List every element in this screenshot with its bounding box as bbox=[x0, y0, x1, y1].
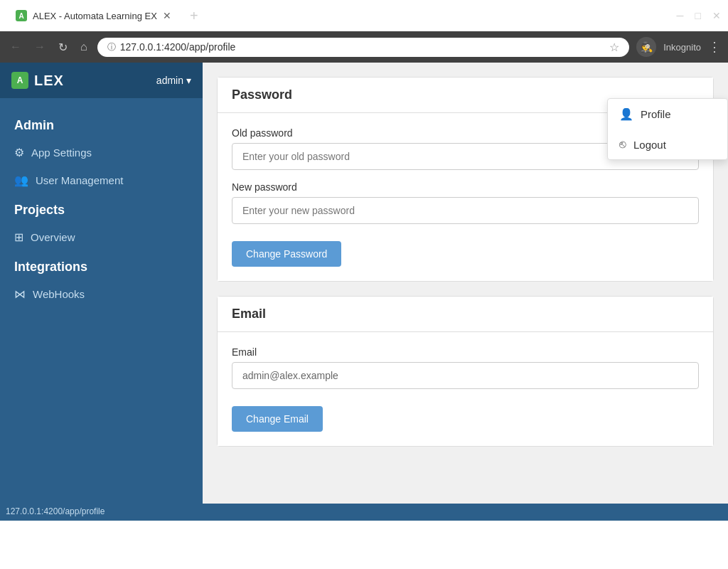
sidebar-section-integrations: Integrations bbox=[0, 254, 203, 280]
window-controls: ─ □ ✕ bbox=[677, 10, 721, 21]
logout-icon: ⎋ bbox=[619, 138, 626, 151]
app-logo: A bbox=[11, 72, 28, 89]
app-container: A LEX admin ▾ Admin ⚙ App Settings 👥 Use… bbox=[0, 63, 728, 504]
app-name: LEX bbox=[34, 73, 64, 89]
email-group: Email bbox=[232, 346, 699, 389]
sidebar-item-overview[interactable]: ⊞ Overview bbox=[0, 223, 203, 251]
user-dropdown-menu: 👤 Profile ⎋ Logout bbox=[607, 98, 728, 160]
browser-menu-button[interactable]: ⋮ bbox=[708, 39, 721, 55]
new-tab-button[interactable]: + bbox=[186, 8, 203, 24]
tab-favicon: A bbox=[16, 10, 27, 21]
email-section-title: Email bbox=[218, 297, 713, 332]
dropdown-item-logout[interactable]: ⎋ Logout bbox=[608, 129, 727, 159]
incognito-label: Inkognito bbox=[663, 42, 701, 53]
admin-caret-icon: ▾ bbox=[186, 75, 191, 86]
status-bar: 127.0.0.1:4200/app/profile bbox=[0, 504, 728, 521]
back-button[interactable]: ← bbox=[7, 39, 24, 55]
dropdown-label-logout: Logout bbox=[633, 139, 666, 151]
new-password-input[interactable] bbox=[232, 197, 699, 224]
sidebar-item-label: Overview bbox=[31, 231, 75, 243]
incognito-icon: 🕵 bbox=[636, 37, 656, 57]
browser-chrome: A ALEX - Automata Learning EX ✕ + ─ □ ✕ … bbox=[0, 0, 728, 63]
home-button[interactable]: ⌂ bbox=[77, 39, 90, 55]
tab-title: ALEX - Automata Learning EX bbox=[33, 11, 157, 21]
email-section: Email Email Change Email bbox=[217, 296, 714, 447]
close-window-button[interactable]: ✕ bbox=[712, 10, 721, 21]
admin-label: admin bbox=[156, 75, 183, 86]
minimize-button[interactable]: ─ bbox=[677, 10, 684, 21]
lock-icon: ⓘ bbox=[107, 41, 116, 53]
address-bar[interactable]: ⓘ 127.0.0.1:4200/app/profile ☆ bbox=[97, 38, 630, 57]
sidebar-nav: Admin ⚙ App Settings 👥 User Management P… bbox=[0, 98, 203, 504]
maximize-button[interactable]: □ bbox=[695, 10, 701, 21]
browser-title-bar: A ALEX - Automata Learning EX ✕ + ─ □ ✕ bbox=[0, 0, 728, 31]
dropdown-item-profile[interactable]: 👤 Profile bbox=[608, 99, 727, 129]
webhooks-icon: ⋈ bbox=[14, 287, 26, 301]
overview-icon: ⊞ bbox=[14, 230, 23, 244]
browser-address-bar: ← → ↻ ⌂ ⓘ 127.0.0.1:4200/app/profile ☆ 🕵… bbox=[0, 31, 728, 63]
sidebar-item-label: App Settings bbox=[31, 147, 92, 159]
sidebar-section-admin: Admin bbox=[0, 112, 203, 139]
profile-icon: 👤 bbox=[619, 107, 633, 121]
sidebar: A LEX admin ▾ Admin ⚙ App Settings 👥 Use… bbox=[0, 63, 203, 504]
sidebar-header: A LEX admin ▾ bbox=[0, 63, 203, 98]
refresh-button[interactable]: ↻ bbox=[55, 39, 70, 55]
change-email-button[interactable]: Change Email bbox=[232, 406, 323, 432]
status-url: 127.0.0.1:4200/app/profile bbox=[6, 506, 105, 516]
sidebar-item-app-settings[interactable]: ⚙ App Settings bbox=[0, 139, 203, 166]
email-input[interactable] bbox=[232, 362, 699, 389]
dropdown-label-profile: Profile bbox=[641, 108, 671, 120]
change-password-button[interactable]: Change Password bbox=[232, 241, 341, 267]
bookmark-icon[interactable]: ☆ bbox=[609, 41, 619, 54]
sidebar-item-label: User Management bbox=[36, 174, 123, 186]
sidebar-item-label: WebHooks bbox=[33, 288, 85, 300]
tab-close-button[interactable]: ✕ bbox=[163, 10, 171, 21]
settings-icon: ⚙ bbox=[14, 146, 24, 159]
admin-user-button[interactable]: admin ▾ bbox=[156, 75, 191, 86]
users-icon: 👥 bbox=[14, 174, 28, 187]
url-text: 127.0.0.1:4200/app/profile bbox=[120, 41, 236, 53]
sidebar-item-webhooks[interactable]: ⋈ WebHooks bbox=[0, 280, 203, 308]
sidebar-section-projects: Projects bbox=[0, 197, 203, 223]
sidebar-item-user-management[interactable]: 👥 User Management bbox=[0, 166, 203, 194]
new-password-label: New password bbox=[232, 181, 699, 193]
email-section-body: Email Change Email bbox=[218, 332, 713, 446]
browser-tab[interactable]: A ALEX - Automata Learning EX ✕ bbox=[7, 6, 180, 26]
forward-button[interactable]: → bbox=[31, 39, 48, 55]
new-password-group: New password bbox=[232, 181, 699, 224]
email-label: Email bbox=[232, 346, 699, 358]
